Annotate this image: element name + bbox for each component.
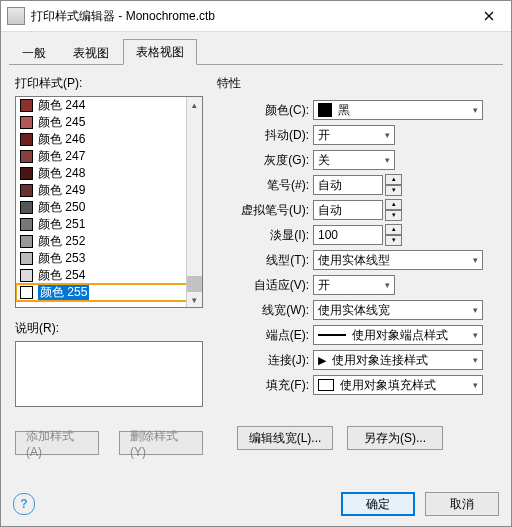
list-item-label: 颜色 248 bbox=[38, 165, 85, 182]
tab-form-view[interactable]: 表格视图 bbox=[123, 39, 197, 65]
chevron-down-icon: ▾ bbox=[473, 355, 478, 365]
chevron-down-icon: ▾ bbox=[473, 255, 478, 265]
list-item[interactable]: 颜色 245 bbox=[16, 114, 187, 131]
tab-table-view[interactable]: 表视图 bbox=[60, 40, 122, 65]
color-label: 颜色(C): bbox=[217, 102, 313, 119]
linetype-combo[interactable]: 使用实体线型 ▾ bbox=[313, 250, 483, 270]
cancel-button[interactable]: 取消 bbox=[425, 492, 499, 516]
color-value: 黑 bbox=[338, 102, 350, 119]
grayscale-value: 关 bbox=[318, 152, 330, 169]
close-button[interactable] bbox=[466, 1, 511, 31]
list-item-label: 颜色 249 bbox=[38, 182, 85, 199]
tab-strip: 一般 表视图 表格视图 bbox=[1, 32, 511, 64]
list-item-label: 颜色 244 bbox=[38, 97, 85, 114]
fillstyle-combo[interactable]: 使用对象填充样式 ▾ bbox=[313, 375, 483, 395]
screening-value: 100 bbox=[318, 228, 338, 242]
chevron-down-icon: ▾ bbox=[473, 105, 478, 115]
add-style-button[interactable]: 添加样式(A) bbox=[15, 431, 99, 455]
endstyle-combo[interactable]: 使用对象端点样式 ▾ bbox=[313, 325, 483, 345]
list-item[interactable]: 颜色 248 bbox=[16, 165, 187, 182]
joinstyle-value: 使用对象连接样式 bbox=[332, 352, 428, 369]
description-field[interactable] bbox=[15, 341, 203, 407]
screening-stepper[interactable]: ▴▾ bbox=[385, 224, 402, 246]
scroll-down-button[interactable]: ▾ bbox=[187, 292, 202, 307]
linetype-value: 使用实体线型 bbox=[318, 252, 390, 269]
chevron-down-icon: ▾ bbox=[473, 330, 478, 340]
chevron-down-icon: ▾ bbox=[385, 130, 390, 140]
list-item[interactable]: 颜色 252 bbox=[16, 233, 187, 250]
pen-input[interactable]: 自动 bbox=[313, 175, 383, 195]
window-title: 打印样式编辑器 - Monochrome.ctb bbox=[31, 8, 466, 25]
close-icon bbox=[484, 11, 494, 21]
properties-group-label: 特性 bbox=[217, 75, 497, 92]
color-swatch-icon bbox=[20, 133, 33, 146]
color-swatch-icon bbox=[20, 201, 33, 214]
lineweight-value: 使用实体线宽 bbox=[318, 302, 390, 319]
plot-styles-list[interactable]: 颜色 244颜色 245颜色 246颜色 247颜色 248颜色 249颜色 2… bbox=[15, 96, 203, 308]
save-as-button[interactable]: 另存为(S)... bbox=[347, 426, 443, 450]
list-item[interactable]: 颜色 254 bbox=[16, 267, 187, 284]
list-item-label: 颜色 250 bbox=[38, 199, 85, 216]
grayscale-label: 灰度(G): bbox=[217, 152, 313, 169]
list-item[interactable]: 颜色 244 bbox=[16, 97, 187, 114]
vpen-input[interactable]: 自动 bbox=[313, 200, 383, 220]
list-item[interactable]: 颜色 253 bbox=[16, 250, 187, 267]
color-swatch-icon bbox=[20, 286, 33, 299]
list-item-label: 颜色 251 bbox=[38, 216, 85, 233]
color-swatch-icon bbox=[20, 235, 33, 248]
color-swatch-icon bbox=[20, 116, 33, 129]
joinstyle-combo[interactable]: ▶ 使用对象连接样式 ▾ bbox=[313, 350, 483, 370]
color-swatch-icon bbox=[20, 150, 33, 163]
list-item[interactable]: 颜色 249 bbox=[16, 182, 187, 199]
app-icon bbox=[7, 7, 25, 25]
pen-stepper[interactable]: ▴▾ bbox=[385, 174, 402, 196]
lineweight-combo[interactable]: 使用实体线宽 ▾ bbox=[313, 300, 483, 320]
scroll-thumb[interactable] bbox=[187, 276, 202, 292]
adaptive-combo[interactable]: 开 ▾ bbox=[313, 275, 395, 295]
description-label: 说明(R): bbox=[15, 320, 203, 337]
color-swatch-icon bbox=[20, 167, 33, 180]
fillstyle-label: 填充(F): bbox=[217, 377, 313, 394]
list-item[interactable]: 颜色 250 bbox=[16, 199, 187, 216]
vpen-value: 自动 bbox=[318, 202, 342, 219]
line-end-icon bbox=[318, 334, 346, 336]
color-swatch-icon bbox=[20, 269, 33, 282]
pen-value: 自动 bbox=[318, 177, 342, 194]
list-scrollbar[interactable]: ▴ ▾ bbox=[186, 97, 202, 307]
scroll-up-button[interactable]: ▴ bbox=[187, 97, 202, 112]
pen-label: 笔号(#): bbox=[217, 177, 313, 194]
color-swatch-icon bbox=[318, 103, 332, 117]
join-icon: ▶ bbox=[318, 354, 326, 367]
endstyle-value: 使用对象端点样式 bbox=[352, 327, 448, 344]
list-item-label: 颜色 253 bbox=[38, 250, 85, 267]
screening-label: 淡显(I): bbox=[217, 227, 313, 244]
list-item-label: 颜色 254 bbox=[38, 267, 85, 284]
list-item[interactable]: 颜色 255 bbox=[16, 284, 187, 301]
adaptive-label: 自适应(V): bbox=[217, 277, 313, 294]
ok-button[interactable]: 确定 bbox=[341, 492, 415, 516]
tab-general[interactable]: 一般 bbox=[9, 40, 59, 65]
list-item-label: 颜色 246 bbox=[38, 131, 85, 148]
linetype-label: 线型(T): bbox=[217, 252, 313, 269]
delete-style-button[interactable]: 删除样式(Y) bbox=[119, 431, 203, 455]
dither-label: 抖动(D): bbox=[217, 127, 313, 144]
dither-combo[interactable]: 开 ▾ bbox=[313, 125, 395, 145]
screening-input[interactable]: 100 bbox=[313, 225, 383, 245]
chevron-down-icon: ▾ bbox=[385, 280, 390, 290]
list-item[interactable]: 颜色 246 bbox=[16, 131, 187, 148]
plot-styles-label: 打印样式(P): bbox=[15, 75, 203, 92]
grayscale-combo[interactable]: 关 ▾ bbox=[313, 150, 395, 170]
vpen-stepper[interactable]: ▴▾ bbox=[385, 199, 402, 221]
color-combo[interactable]: 黑 ▾ bbox=[313, 100, 483, 120]
edit-lineweights-button[interactable]: 编辑线宽(L)... bbox=[237, 426, 333, 450]
endstyle-label: 端点(E): bbox=[217, 327, 313, 344]
color-swatch-icon bbox=[20, 252, 33, 265]
help-button[interactable]: ? bbox=[13, 493, 35, 515]
vpen-label: 虚拟笔号(U): bbox=[217, 202, 313, 219]
list-item-label: 颜色 252 bbox=[38, 233, 85, 250]
list-item[interactable]: 颜色 251 bbox=[16, 216, 187, 233]
list-item-label: 颜色 247 bbox=[38, 148, 85, 165]
title-bar: 打印样式编辑器 - Monochrome.ctb bbox=[1, 1, 511, 32]
list-item[interactable]: 颜色 247 bbox=[16, 148, 187, 165]
dither-value: 开 bbox=[318, 127, 330, 144]
